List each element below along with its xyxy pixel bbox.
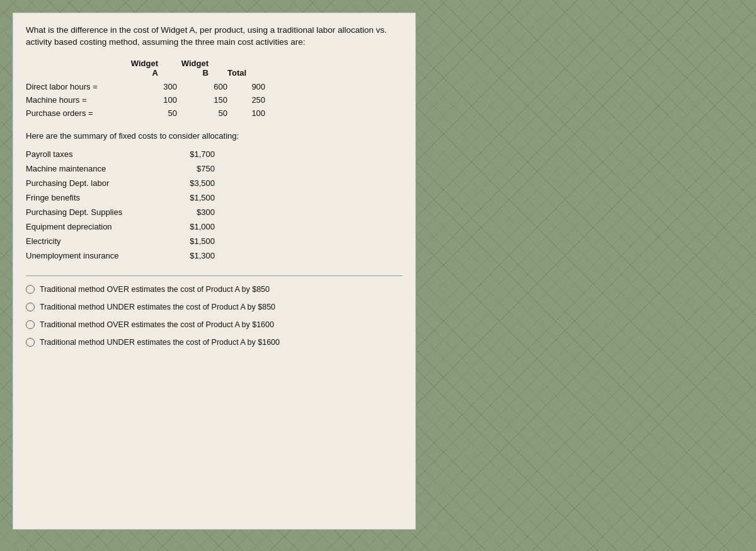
fc-label: Equipment depreciation xyxy=(26,219,164,234)
fc-value: $1,500 xyxy=(164,190,215,205)
widget-a-value: 300 xyxy=(127,80,177,93)
fixed-cost-row: Purchasing Dept. Supplies $300 xyxy=(26,205,215,219)
fc-label: Purchasing Dept. Supplies xyxy=(26,205,164,219)
header-total: Total xyxy=(227,57,265,80)
divider xyxy=(26,276,403,276)
allocation-table: Widget A Widget B Total Direct labor hou… xyxy=(26,57,265,120)
answer-option-1[interactable]: Traditional method OVER estimates the co… xyxy=(26,285,403,294)
fc-value: $750 xyxy=(164,161,215,176)
answer-option-text: Traditional method UNDER estimates the c… xyxy=(40,338,280,347)
widget-a-value: 50 xyxy=(127,107,177,120)
header-widget-b: Widget B xyxy=(177,57,227,80)
fixed-costs-header: Here are the summary of fixed costs to c… xyxy=(26,131,403,141)
answer-option-text: Traditional method UNDER estimates the c… xyxy=(40,303,275,311)
radio-icon xyxy=(26,303,35,311)
answer-options: Traditional method OVER estimates the co… xyxy=(26,285,403,347)
radio-icon xyxy=(26,338,35,347)
answer-option-3[interactable]: Traditional method OVER estimates the co… xyxy=(26,320,403,329)
fixed-cost-row: Payroll taxes $1,700 xyxy=(26,147,215,161)
row-label: Purchase orders = xyxy=(26,107,127,120)
fixed-cost-row: Electricity $1,500 xyxy=(26,234,215,248)
header-widget-a: Widget A xyxy=(127,57,177,80)
fc-label: Fringe benefits xyxy=(26,190,164,205)
fixed-cost-row: Fringe benefits $1,500 xyxy=(26,190,215,205)
fc-label: Machine maintenance xyxy=(26,161,164,176)
allocation-table-section: Widget A Widget B Total Direct labor hou… xyxy=(26,57,403,120)
row-label: Machine hours = xyxy=(26,93,127,107)
table-row: Direct labor hours = 300 600 900 xyxy=(26,80,265,93)
widget-a-value: 100 xyxy=(127,93,177,107)
fc-value: $300 xyxy=(164,205,215,219)
total-value: 900 xyxy=(227,80,265,93)
table-row: Purchase orders = 50 50 100 xyxy=(26,107,265,120)
answer-option-text: Traditional method OVER estimates the co… xyxy=(40,320,274,329)
question-card: What is the difference in the cost of Wi… xyxy=(13,13,416,530)
table-row: Machine hours = 100 150 250 xyxy=(26,93,265,107)
fc-value: $3,500 xyxy=(164,176,215,190)
fc-label: Unemployment insurance xyxy=(26,248,164,263)
fc-value: $1,700 xyxy=(164,147,215,161)
fc-value: $1,000 xyxy=(164,219,215,234)
answer-option-4[interactable]: Traditional method UNDER estimates the c… xyxy=(26,338,403,347)
total-value: 250 xyxy=(227,93,265,107)
widget-b-value: 150 xyxy=(177,93,227,107)
total-value: 100 xyxy=(227,107,265,120)
widget-b-value: 600 xyxy=(177,80,227,93)
fixed-cost-row: Unemployment insurance $1,300 xyxy=(26,248,215,263)
fc-value: $1,500 xyxy=(164,234,215,248)
fc-label: Purchasing Dept. labor xyxy=(26,176,164,190)
answer-option-text: Traditional method OVER estimates the co… xyxy=(40,285,270,294)
fixed-cost-row: Machine maintenance $750 xyxy=(26,161,215,176)
fc-label: Payroll taxes xyxy=(26,147,164,161)
answer-option-2[interactable]: Traditional method UNDER estimates the c… xyxy=(26,303,403,311)
radio-icon xyxy=(26,285,35,294)
fixed-costs-table: Payroll taxes $1,700 Machine maintenance… xyxy=(26,147,215,263)
question-text: What is the difference in the cost of Wi… xyxy=(26,25,403,49)
fixed-cost-row: Equipment depreciation $1,000 xyxy=(26,219,215,234)
radio-icon xyxy=(26,320,35,329)
row-label: Direct labor hours = xyxy=(26,80,127,93)
fc-label: Electricity xyxy=(26,234,164,248)
fixed-cost-row: Purchasing Dept. labor $3,500 xyxy=(26,176,215,190)
fc-value: $1,300 xyxy=(164,248,215,263)
widget-b-value: 50 xyxy=(177,107,227,120)
